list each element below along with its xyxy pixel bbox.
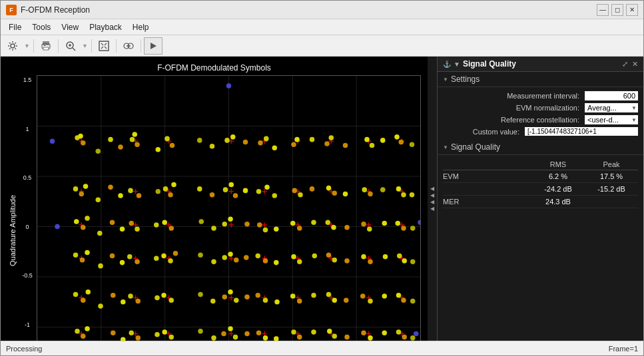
svg-point-156: [137, 193, 142, 198]
svg-point-163: [256, 189, 262, 194]
svg-point-246: [297, 335, 302, 340]
svg-point-223: [256, 293, 261, 298]
toolbar-sep2: [58, 39, 59, 53]
svg-point-134: [78, 134, 83, 139]
window-controls: — ◻ ✕: [597, 4, 638, 16]
sq-evm-peak: 17.5 %: [585, 172, 638, 180]
status-text: Processing: [6, 345, 42, 353]
signal-quality-table: RMS Peak EVM 6.2 % 17.5 % -24.2 dB -15.2…: [438, 155, 643, 341]
svg-point-275: [380, 187, 386, 192]
custom-value-input[interactable]: [-1.15044748327106+1: [525, 127, 638, 136]
panel-expand-icon: ▼: [454, 61, 460, 68]
svg-point-164: [264, 185, 270, 190]
svg-point-322: [344, 335, 350, 340]
svg-point-320: [274, 336, 279, 341]
right-panel: ⚓ ▼ Signal Quality ⤢ ✕ ▼ Settings Measur…: [437, 57, 643, 341]
svg-point-302: [111, 293, 116, 298]
svg-point-147: [324, 141, 330, 146]
menu-file[interactable]: File: [3, 21, 27, 33]
svg-point-257: [197, 138, 202, 143]
sq-mer-rms: 24.3 dB: [531, 198, 585, 206]
y-axis-ticks: 1.5 1 0.5 0 -0.5 -1 -1.5: [18, 75, 37, 341]
svg-point-245: [291, 329, 296, 335]
svg-point-207: [326, 253, 332, 258]
play-button[interactable]: [144, 37, 162, 55]
svg-point-221: [228, 289, 233, 295]
svg-point-181: [228, 216, 233, 222]
svg-point-228: [332, 297, 338, 303]
y-tick-1: 1: [19, 126, 35, 132]
zoom-in-button[interactable]: [61, 37, 80, 55]
svg-point-286: [344, 225, 350, 230]
close-button[interactable]: ✕: [626, 4, 638, 16]
svg-point-305: [198, 292, 203, 297]
svg-point-167: [326, 186, 332, 191]
svg-point-0: [11, 44, 15, 48]
svg-point-296: [274, 260, 279, 266]
link-button[interactable]: [119, 37, 138, 55]
settings-triangle-icon: ▼: [443, 77, 448, 83]
svg-point-281: [199, 219, 204, 224]
settings-button[interactable]: [3, 37, 22, 55]
minimize-button[interactable]: —: [597, 4, 609, 16]
svg-point-274: [343, 192, 348, 197]
svg-point-262: [343, 143, 348, 148]
collapse-arrow-2: ◀: [430, 193, 434, 198]
svg-point-136: [135, 142, 140, 147]
menu-help[interactable]: Help: [127, 21, 155, 33]
svg-point-312: [410, 299, 416, 304]
svg-point-242: [233, 335, 238, 340]
svg-point-192: [73, 253, 79, 258]
menu-bar: File Tools View Playback Help: [1, 19, 643, 35]
collapse-arrow-1: ◀: [430, 186, 434, 192]
panel-close-button[interactable]: ✕: [632, 60, 638, 69]
reference-constellation-dropdown[interactable]: <user-d... ▼: [585, 115, 638, 124]
menu-tools[interactable]: Tools: [27, 21, 56, 33]
svg-point-202: [234, 258, 239, 263]
svg-point-234: [81, 334, 86, 339]
svg-point-259: [243, 140, 248, 145]
toolbar-sep3: [91, 39, 92, 53]
sq-db-rms: -24.2 dB: [531, 185, 585, 193]
fit-button[interactable]: [95, 37, 113, 55]
svg-point-288: [410, 226, 416, 231]
svg-point-272: [272, 193, 278, 198]
svg-point-180: [222, 222, 228, 227]
svg-point-315: [121, 337, 126, 341]
plot-area: [37, 75, 421, 341]
y-tick-0: 0: [19, 224, 35, 230]
svg-point-304: [155, 295, 160, 301]
reference-constellation-label: Reference constellation:: [443, 116, 585, 124]
svg-point-149: [370, 143, 375, 148]
svg-point-143: [264, 136, 269, 142]
svg-point-168: [332, 190, 338, 196]
custom-value-label: Custom value:: [443, 128, 525, 136]
measurement-interval-input[interactable]: 600: [585, 91, 638, 100]
svg-point-172: [401, 192, 406, 198]
print-button[interactable]: [37, 37, 55, 55]
svg-point-148: [364, 137, 370, 142]
settings-grid: Measurement interval: 600 EVM normalizat…: [438, 87, 643, 140]
y-tick-n1: -1: [19, 321, 35, 328]
svg-point-268: [156, 189, 161, 194]
svg-point-209: [361, 254, 366, 260]
svg-point-146: [329, 135, 334, 140]
svg-rect-9: [99, 41, 109, 51]
measurement-interval-row: Measurement interval: 600: [443, 91, 638, 100]
restore-button[interactable]: ◻: [611, 4, 623, 16]
menu-playback[interactable]: Playback: [84, 21, 127, 33]
menu-view[interactable]: View: [56, 21, 84, 33]
sq-table-header-row: RMS Peak: [443, 159, 638, 170]
svg-point-284: [274, 227, 279, 232]
svg-point-287: [382, 221, 388, 226]
svg-point-298: [344, 258, 350, 264]
svg-point-324: [410, 335, 416, 341]
y-tick-n0-5: -0.5: [19, 272, 35, 279]
panel-popout-button[interactable]: ⤢: [622, 60, 628, 69]
sq-evm-rms: 6.2 %: [531, 172, 585, 180]
evm-normalization-dropdown[interactable]: Averag... ▼: [585, 103, 638, 112]
svg-point-153: [79, 192, 85, 197]
status-bar: Processing Frame=1: [1, 341, 643, 355]
svg-point-327: [226, 83, 232, 89]
panel-collapse-handle[interactable]: ◀ ◀ ◀ ◀: [428, 57, 437, 341]
